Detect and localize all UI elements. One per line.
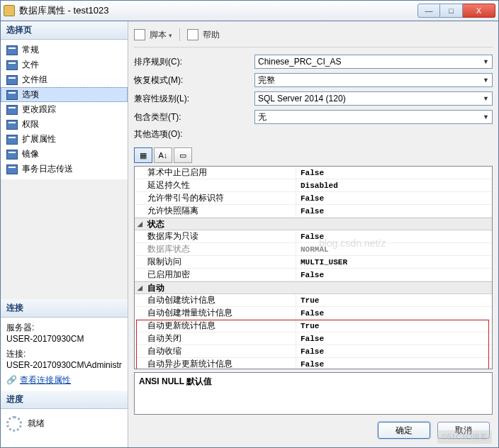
expand-icon: ◢ — [135, 220, 145, 228]
property-name: 状态 — [145, 218, 296, 230]
page-icon — [6, 60, 18, 70]
property-name: 自动创建统计信息 — [145, 294, 296, 306]
ok-button[interactable]: 确定 — [378, 422, 430, 439]
nav-label: 事务日志传送 — [22, 163, 73, 175]
property-value[interactable]: False — [296, 169, 492, 177]
property-row[interactable]: 允许带引号的标识符False — [135, 192, 492, 205]
script-button[interactable]: 脚本 — [150, 29, 172, 41]
nav-label: 常规 — [22, 44, 39, 56]
nav-list: 常规 文件 文件组 选项 更改跟踪 权限 扩展属性 镜像 事务日志传送 — [1, 40, 128, 179]
spinner-icon — [6, 416, 22, 432]
nav-item-files[interactable]: 文件 — [1, 57, 128, 72]
property-name: 算术中止已启用 — [145, 167, 296, 179]
nav-item-permissions[interactable]: 权限 — [1, 117, 128, 132]
property-row[interactable]: 自动异步更新统计信息False — [135, 358, 492, 369]
nav-label: 文件组 — [22, 74, 47, 86]
expand-icon: ◢ — [135, 284, 145, 291]
property-value[interactable]: MULTI_USER — [296, 258, 492, 267]
close-button[interactable]: X — [463, 4, 495, 18]
minimize-button[interactable]: — — [417, 4, 440, 18]
category-row[interactable]: ◢自动 — [135, 281, 492, 294]
property-value[interactable]: False — [296, 347, 492, 356]
property-value[interactable]: NORMAL — [296, 245, 492, 254]
page-icon — [6, 105, 18, 115]
property-row[interactable]: 自动创建增量统计信息False — [135, 307, 492, 320]
property-row[interactable]: 数据库状态NORMAL — [135, 243, 492, 256]
compat-select[interactable]: SQL Server 2014 (120)▼ — [254, 91, 493, 106]
collation-select[interactable]: Chinese_PRC_CI_AS▼ — [254, 55, 493, 69]
page-icon — [6, 90, 18, 100]
view-connection-link[interactable]: 查看连接属性 — [20, 375, 71, 385]
category-row[interactable]: ◢状态 — [135, 218, 492, 230]
property-row[interactable]: 延迟持久性Disabled — [135, 179, 492, 192]
connection-body: 服务器: USER-20170930CM 连接: USER-20170930CM… — [1, 318, 128, 391]
property-name: 自动 — [145, 282, 296, 294]
property-name: 延迟持久性 — [145, 179, 296, 191]
property-row[interactable]: 限制访问MULTI_USER — [135, 256, 492, 269]
property-row[interactable]: 数据库为只读False — [135, 230, 492, 243]
contain-select[interactable]: 无▼ — [254, 110, 493, 124]
select-page-header: 选择页 — [1, 21, 128, 40]
collation-row: 排序规则(C): Chinese_PRC_CI_AS▼ — [134, 55, 493, 69]
nav-item-filegroups[interactable]: 文件组 — [1, 72, 128, 87]
help-icon — [187, 29, 198, 40]
property-value[interactable]: False — [296, 271, 492, 279]
nav-item-mirroring[interactable]: 镜像 — [1, 147, 128, 162]
property-value[interactable]: False — [296, 335, 492, 343]
property-name: 允许快照隔离 — [145, 205, 296, 217]
nav-item-logshipping[interactable]: 事务日志传送 — [1, 162, 128, 177]
property-name: 自动创建增量统计信息 — [145, 307, 296, 319]
link-icon: 🔗 — [6, 375, 17, 385]
nav-label: 文件 — [22, 59, 39, 71]
alphabetical-button[interactable]: A↓ — [154, 147, 172, 163]
separator — [179, 28, 180, 41]
property-row[interactable]: 自动收缩False — [135, 345, 492, 358]
recovery-select[interactable]: 完整▼ — [254, 73, 493, 87]
nav-label: 扩展属性 — [22, 133, 56, 145]
property-value[interactable]: False — [296, 207, 492, 215]
page-icon — [6, 45, 18, 55]
nav-item-changetracking[interactable]: 更改跟踪 — [1, 102, 128, 117]
description-text: ANSI NULL 默认值 — [139, 376, 212, 386]
nav-item-extended[interactable]: 扩展属性 — [1, 132, 128, 147]
conn-value: USER-20170930CM\Administrat — [6, 360, 122, 370]
nav-label: 更改跟踪 — [22, 103, 56, 116]
compat-label: 兼容性级别(L): — [134, 93, 254, 105]
categorized-button[interactable]: ▦ — [134, 147, 152, 163]
recovery-value: 完整 — [258, 74, 275, 86]
nav-label: 选项 — [22, 89, 39, 101]
description-pane: ANSI NULL 默认值 — [134, 372, 493, 415]
property-name: 限制访问 — [145, 256, 296, 268]
page-icon — [6, 135, 18, 145]
contain-row: 包含类型(T): 无▼ — [134, 110, 493, 124]
property-row[interactable]: 自动更新统计信息True — [135, 320, 492, 332]
property-row[interactable]: 允许快照隔离False — [135, 205, 492, 218]
chevron-down-icon: ▼ — [483, 58, 489, 65]
nav-item-general[interactable]: 常规 — [1, 43, 128, 57]
property-value[interactable]: Disabled — [296, 181, 492, 190]
property-value[interactable]: False — [296, 233, 492, 241]
cancel-button[interactable]: 取消 — [437, 422, 490, 439]
script-icon — [134, 29, 145, 40]
property-name: 自动异步更新统计信息 — [145, 358, 296, 369]
property-value[interactable]: True — [296, 322, 492, 330]
collation-label: 排序规则(C): — [134, 56, 254, 68]
property-row[interactable]: 自动关闭False — [135, 332, 492, 345]
nav-item-options[interactable]: 选项 — [1, 87, 128, 102]
help-button[interactable]: 帮助 — [203, 29, 220, 41]
maximize-button[interactable]: □ — [440, 4, 463, 18]
server-value: USER-20170930CM — [6, 334, 122, 344]
property-row[interactable]: 算术中止已启用False — [135, 167, 492, 179]
property-value[interactable]: False — [296, 360, 492, 369]
property-value[interactable]: True — [296, 296, 492, 305]
compat-value: SQL Server 2014 (120) — [258, 94, 346, 103]
property-row[interactable]: 已启用加密False — [135, 269, 492, 281]
property-value[interactable]: False — [296, 309, 492, 318]
property-row[interactable]: 自动创建统计信息True — [135, 294, 492, 307]
property-grid[interactable]: blog.csdn.net/z 算术中止已启用False延迟持久性Disable… — [134, 166, 493, 369]
property-value[interactable]: False — [296, 194, 492, 203]
propgrid-toolbar: ▦ A↓ ▭ — [134, 147, 493, 163]
page-icon — [6, 150, 18, 159]
propgrid-pages-button[interactable]: ▭ — [174, 147, 192, 163]
recovery-row: 恢复模式(M): 完整▼ — [134, 73, 493, 87]
